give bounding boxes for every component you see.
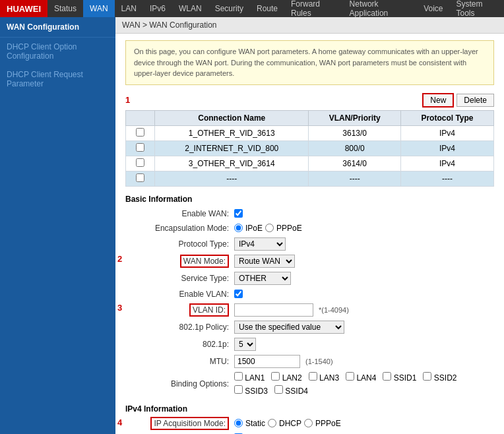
- ipv4-info-heading: IPv4 Information: [125, 400, 494, 416]
- row2-vlan: 800/0: [309, 140, 400, 156]
- encap-ipoE-label: IPoE: [245, 224, 263, 233]
- ip-acq-pppoe-radio[interactable]: [304, 419, 313, 427]
- page-layout: WAN Configuration DHCP Client Option Con…: [0, 17, 504, 434]
- table-row: 3_OTHER_R_VID_3614 3614/0 IPv4: [126, 156, 494, 171]
- policy-label: 802.1p Policy:: [132, 323, 234, 332]
- ip-acq-static-label: Static: [245, 419, 265, 428]
- ip-acq-static-radio[interactable]: [234, 419, 243, 427]
- nav-wlan[interactable]: WLAN: [172, 0, 208, 17]
- table-row: ---- ---- ----: [126, 171, 494, 186]
- service-type-row: Service Type: OTHER INTERNET TR069 VOIP: [132, 270, 494, 287]
- service-type-label: Service Type:: [132, 274, 234, 283]
- vlan-id-input[interactable]: [234, 303, 313, 317]
- service-type-value: OTHER INTERNET TR069 VOIP: [234, 272, 494, 285]
- bind-lan1[interactable]: LAN1: [234, 372, 265, 383]
- row2-proto: IPv4: [400, 140, 493, 156]
- wan-mode-select[interactable]: Route WAN Bridge WAN: [234, 255, 295, 268]
- table-row: 2_INTERNET_R_VID_800 800/0 IPv4: [126, 140, 494, 156]
- bind-ssid1[interactable]: SSID1: [383, 372, 416, 383]
- policy-row: 802.1p Policy: Use the specified value C…: [132, 319, 494, 336]
- row4-name: ----: [155, 171, 309, 186]
- service-type-select[interactable]: OTHER INTERNET TR069 VOIP: [234, 272, 291, 285]
- encap-mode-value: IPoE PPPoE: [234, 224, 494, 233]
- wan-mode-value: Route WAN Bridge WAN: [234, 255, 494, 268]
- row4-checkbox[interactable]: [136, 173, 144, 182]
- ip-acq-row: 4 IP Acquisition Mode: Static DHCP PPPoE: [132, 416, 494, 431]
- bind-lan3[interactable]: LAN3: [309, 372, 339, 383]
- row1-name: 1_OTHER_R_VID_3613: [155, 125, 309, 140]
- main-content: WAN > WAN Configuration On this page, yo…: [115, 17, 504, 434]
- vlan-note: *(1-4094): [319, 306, 349, 314]
- bind-ssid4[interactable]: SSID4: [274, 385, 308, 396]
- proto-type-select[interactable]: IPv4 IPv6 IPv4/IPv6: [234, 237, 286, 251]
- row3-name: 3_OTHER_R_VID_3614: [155, 156, 309, 171]
- nav-voice[interactable]: Voice: [417, 0, 449, 17]
- bind-lan4[interactable]: LAN4: [346, 372, 376, 383]
- mtu-value: (1-1540): [234, 355, 494, 368]
- col-check: [126, 110, 155, 125]
- enable-wan-checkbox[interactable]: [234, 209, 243, 218]
- table-row: 1_OTHER_R_VID_3613 3613/0 IPv4: [126, 125, 494, 140]
- breadcrumb: WAN > WAN Configuration: [115, 17, 504, 34]
- ip-acq-dhcp-radio[interactable]: [268, 419, 276, 427]
- proto-type-value: IPv4 IPv6 IPv4/IPv6: [234, 237, 494, 251]
- nav-security[interactable]: Security: [208, 0, 250, 17]
- nav-forward-rules[interactable]: Forward Rules: [284, 0, 343, 17]
- ip-acq-value: Static DHCP PPPoE: [234, 419, 494, 428]
- dot1p-value: 01234567: [234, 338, 494, 351]
- wan-mode-row: 2 WAN Mode: Route WAN Bridge WAN: [132, 253, 494, 270]
- bind-ssid2[interactable]: SSID2: [423, 372, 457, 383]
- step-3-label: 3: [117, 303, 122, 313]
- enable-wan-value: [234, 209, 494, 218]
- enable-wan-row: Enable WAN:: [132, 206, 494, 221]
- nav-menu: Status WAN LAN IPv6 WLAN Security Route …: [47, 0, 504, 17]
- mtu-input[interactable]: [234, 355, 300, 368]
- binding-row: Binding Options: LAN1 LAN2 LAN3 LAN4 SSI…: [132, 370, 494, 398]
- ip-acq-dhcp-label: DHCP: [279, 419, 301, 428]
- info-box: On this page, you can configure WAN port…: [125, 40, 494, 85]
- sidebar: WAN Configuration DHCP Client Option Con…: [0, 17, 115, 434]
- bind-lan2[interactable]: LAN2: [271, 372, 301, 383]
- delete-button[interactable]: Delete: [457, 94, 494, 107]
- row1-checkbox[interactable]: [136, 128, 144, 137]
- encap-mode-label: Encapsulation Mode:: [132, 224, 234, 233]
- proto-type-label: Protocol Type:: [132, 239, 234, 249]
- row4-proto: ----: [400, 171, 493, 186]
- enable-vlan-checkbox[interactable]: [234, 290, 243, 298]
- bind-ssid3[interactable]: SSID3: [234, 385, 268, 396]
- top-navigation: HUAWEI Status WAN LAN IPv6 WLAN Security…: [0, 0, 504, 17]
- dot1p-select[interactable]: 01234567: [234, 338, 256, 351]
- enable-wan-label: Enable WAN:: [132, 209, 234, 218]
- nav-status[interactable]: Status: [47, 0, 83, 17]
- new-button[interactable]: New: [422, 93, 454, 108]
- nav-lan[interactable]: LAN: [115, 0, 143, 17]
- row1-vlan: 3613/0: [309, 125, 400, 140]
- enable-vlan-row: Enable VLAN:: [132, 287, 494, 301]
- row3-checkbox[interactable]: [136, 158, 144, 167]
- wan-mode-label: WAN Mode:: [132, 257, 234, 266]
- col-protocol-type: Protocol Type: [400, 110, 493, 125]
- nav-ipv6[interactable]: IPv6: [143, 0, 172, 17]
- enable-vlan-value: [234, 290, 494, 298]
- policy-select[interactable]: Use the specified value Copy from inner …: [234, 321, 344, 334]
- nav-route[interactable]: Route: [250, 0, 284, 17]
- ipv4-info-section: 4 IP Acquisition Mode: Static DHCP PPPoE: [125, 416, 494, 435]
- sidebar-item-dhcp-client-request[interactable]: DHCP Client Request Parameter: [0, 65, 115, 93]
- nav-network-app[interactable]: Network Application: [343, 0, 418, 17]
- connection-table: Connection Name VLAN/Priority Protocol T…: [125, 110, 494, 187]
- nav-system-tools[interactable]: System Tools: [450, 0, 505, 17]
- col-vlan-priority: VLAN/Priority: [309, 110, 400, 125]
- row1-proto: IPv4: [400, 125, 493, 140]
- encap-ipoE-radio[interactable]: [234, 224, 243, 232]
- row2-checkbox[interactable]: [136, 143, 144, 152]
- nav-wan[interactable]: WAN: [83, 0, 115, 17]
- step-4-label: 4: [117, 418, 122, 427]
- policy-value: Use the specified value Copy from inner …: [234, 321, 494, 334]
- vlan-id-row: 3 VLAN ID: *(1-4094): [132, 301, 494, 319]
- content-body: On this page, you can configure WAN port…: [115, 34, 504, 434]
- mtu-row: MTU: (1-1540): [132, 353, 494, 370]
- ip-acq-pppoe-label: PPPoE: [315, 419, 341, 428]
- encap-pppoe-radio[interactable]: [265, 224, 274, 232]
- binding-value: LAN1 LAN2 LAN3 LAN4 SSID1 SSID2 SSID3 SS…: [234, 372, 494, 396]
- sidebar-item-dhcp-client-option[interactable]: DHCP Client Option Configuration: [0, 38, 115, 65]
